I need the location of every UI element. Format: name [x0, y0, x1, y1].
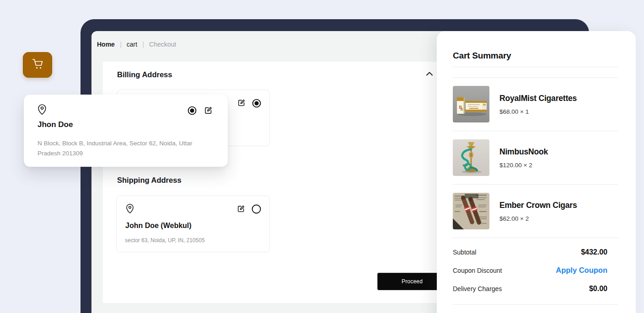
shipping-address-text: sector 63, Noida, UP, IN, 210505: [125, 237, 258, 244]
delivery-value: $0.00: [589, 285, 607, 293]
edit-icon[interactable]: [203, 106, 213, 117]
product-image-cigars: [453, 193, 489, 229]
checkout-page: Home | cart | Checkout Billing Address: [0, 0, 644, 313]
divider: [453, 67, 618, 67]
shipping-address-card[interactable]: John Doe (Webkul) sector 63, Noida, UP, …: [116, 196, 270, 252]
item-price-qty: $68.00 × 1: [499, 108, 577, 115]
breadcrumb-cart[interactable]: cart: [127, 41, 137, 48]
divider: [453, 238, 618, 238]
cart-item-embercrown: Ember Crown Cigars $62.00 × 2: [453, 185, 618, 238]
item-info: Ember Crown Cigars $62.00 × 2: [499, 201, 577, 222]
cart-fab-button[interactable]: [23, 52, 52, 78]
svg-text:B: B: [461, 107, 463, 111]
item-price-qty: $120.00 × 2: [499, 162, 548, 169]
item-name: RoyalMist Cigarettes: [499, 94, 577, 103]
cart-summary-title: Cart Summary: [453, 51, 618, 61]
billing-address-popover[interactable]: Jhon Doe N Block, Block B, Industrial Ar…: [24, 95, 228, 167]
cart-summary-panel: Cart Summary B B: [437, 31, 636, 313]
cart-item-royalmist: B B RoyalMist Cigarettes $68.00 × 1: [453, 78, 618, 131]
billing-address-title: Billing Address: [117, 70, 172, 79]
edit-icon[interactable]: [236, 98, 246, 110]
billing-name: Jhon Doe: [38, 120, 73, 129]
product-image-cigarettes: B B: [453, 86, 489, 122]
subtotal-value: $432.00: [581, 248, 607, 256]
location-pin-icon: [125, 203, 134, 216]
cart-icon: [30, 58, 45, 73]
breadcrumb: Home | cart | Checkout: [97, 40, 176, 48]
item-info: RoyalMist Cigarettes $68.00 × 1: [499, 94, 577, 115]
item-name: Ember Crown Cigars: [499, 201, 577, 210]
chevron-up-icon[interactable]: [425, 71, 434, 77]
billing-address-text: N Block, Block B, Industrial Area, Secto…: [38, 138, 200, 159]
shipping-address-title: Shipping Address: [117, 176, 182, 185]
shipping-name: John Doe (Webkul): [125, 222, 192, 230]
breadcrumb-separator: |: [142, 40, 144, 48]
item-info: NimbusNook $120.00 × 2: [499, 147, 548, 169]
coupon-label: Coupon Discount: [453, 267, 502, 274]
cart-item-nimbusnook: NimbusNook $120.00 × 2: [453, 131, 618, 184]
divider: [453, 304, 618, 305]
breadcrumb-separator: |: [120, 40, 122, 48]
item-name: NimbusNook: [499, 147, 548, 157]
item-price-qty: $62.00 × 2: [499, 215, 577, 222]
edit-icon[interactable]: [236, 204, 246, 216]
cart-totals: Subtotal $432.00 Coupon Discount Apply C…: [453, 248, 618, 305]
apply-coupon-link[interactable]: Apply Coupon: [556, 266, 607, 275]
delivery-row: Delivery Charges $0.00: [453, 284, 618, 293]
radio-unselected-icon[interactable]: [252, 204, 261, 216]
breadcrumb-checkout: Checkout: [149, 41, 176, 48]
radio-selected-icon[interactable]: [252, 99, 261, 110]
location-pin-icon: [37, 104, 47, 117]
subtotal-row: Subtotal $432.00: [453, 248, 618, 256]
breadcrumb-home[interactable]: Home: [97, 41, 115, 48]
coupon-row: Coupon Discount Apply Coupon: [453, 266, 618, 275]
product-image-hookah: [453, 139, 489, 176]
radio-selected-icon[interactable]: [188, 106, 197, 117]
delivery-label: Delivery Charges: [453, 285, 502, 292]
subtotal-label: Subtotal: [453, 249, 476, 256]
